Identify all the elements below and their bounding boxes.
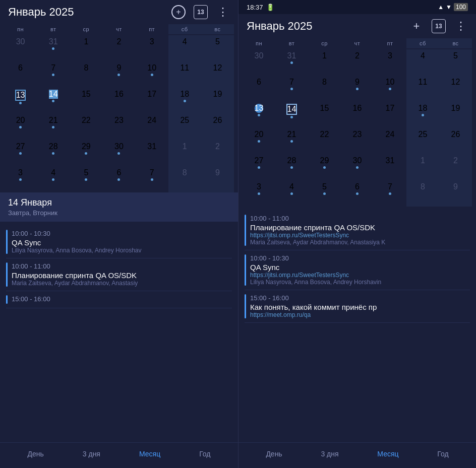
day-cell[interactable]: 25	[406, 128, 439, 154]
day-cell[interactable]: 18	[406, 102, 439, 128]
day-cell[interactable]: 4	[168, 35, 201, 61]
add-button-right[interactable]: +	[409, 19, 424, 33]
calendar-icon-left[interactable]: 13	[194, 5, 208, 19]
day-cell[interactable]: 12	[201, 61, 234, 88]
day-cell[interactable]: 1	[168, 140, 201, 166]
day-cell[interactable]: 21	[37, 114, 70, 140]
nav-item-месяц[interactable]: Месяц	[135, 448, 164, 460]
more-icon-left[interactable]: ⋮	[216, 5, 230, 19]
day-cell[interactable]: 9	[341, 76, 374, 102]
day-cell[interactable]: 1	[406, 154, 439, 180]
day-cell[interactable]: 29	[308, 154, 341, 180]
event-item[interactable]: 15:00 - 16:00	[0, 291, 238, 308]
day-cell[interactable]: 30	[4, 35, 37, 61]
day-cell[interactable]: 21	[275, 128, 308, 154]
day-cell[interactable]: 28	[37, 140, 70, 166]
day-cell[interactable]: 26	[439, 128, 472, 154]
day-cell[interactable]: 20	[243, 128, 275, 154]
day-cell[interactable]: 13	[243, 102, 275, 128]
day-cell[interactable]: 23	[341, 128, 374, 154]
day-cell[interactable]: 23	[102, 114, 135, 140]
day-cell[interactable]: 2	[439, 154, 472, 180]
calendar-icon-right[interactable]: 13	[432, 19, 446, 33]
nav-item-3-дня[interactable]: 3 дня	[317, 448, 342, 460]
day-cell[interactable]: 18	[168, 88, 201, 114]
day-cell[interactable]: 7	[275, 76, 308, 102]
day-cell[interactable]: 1	[308, 49, 341, 76]
day-cell[interactable]: 5	[70, 166, 102, 192]
day-cell[interactable]: 5	[308, 180, 341, 207]
day-cell[interactable]: 12	[439, 76, 472, 102]
day-cell[interactable]: 4	[275, 180, 308, 207]
nav-item-день[interactable]: День	[24, 448, 48, 460]
day-cell[interactable]: 31	[374, 154, 406, 180]
day-cell[interactable]: 5	[439, 49, 472, 76]
nav-item-год[interactable]: Год	[433, 448, 452, 460]
day-cell[interactable]: 14	[37, 88, 70, 114]
day-cell[interactable]: 31	[136, 140, 168, 166]
day-cell[interactable]: 1	[70, 35, 102, 61]
day-cell[interactable]: 20	[4, 114, 37, 140]
day-cell[interactable]: 27	[4, 140, 37, 166]
day-cell[interactable]: 31	[275, 49, 308, 76]
day-cell[interactable]: 4	[406, 49, 439, 76]
day-cell[interactable]: 30	[341, 154, 374, 180]
day-cell[interactable]: 30	[102, 140, 135, 166]
day-cell[interactable]: 15	[70, 88, 102, 114]
day-cell[interactable]: 15	[308, 102, 341, 128]
day-cell[interactable]: 24	[136, 114, 168, 140]
day-cell[interactable]: 9	[201, 166, 234, 192]
day-cell[interactable]: 31	[37, 35, 70, 61]
day-cell[interactable]: 2	[341, 49, 374, 76]
day-cell[interactable]: 19	[201, 88, 234, 114]
event-item[interactable]: 10:00 - 10:30QA SyncLiliya Nasyrova, Ann…	[0, 226, 238, 258]
day-cell[interactable]: 10	[136, 61, 168, 88]
day-cell[interactable]: 8	[308, 76, 341, 102]
day-cell[interactable]: 7	[374, 180, 406, 207]
nav-item-год[interactable]: Год	[195, 448, 214, 460]
day-cell[interactable]: 16	[341, 102, 374, 128]
day-cell[interactable]: 6	[4, 61, 37, 88]
nav-item-3-дня[interactable]: 3 дня	[79, 448, 104, 460]
day-cell[interactable]: 26	[201, 114, 234, 140]
day-cell[interactable]: 22	[70, 114, 102, 140]
day-cell[interactable]: 13	[4, 88, 37, 114]
nav-item-день[interactable]: День	[262, 448, 286, 460]
day-cell[interactable]: 30	[243, 49, 275, 76]
event-item[interactable]: 10:00 - 11:00Планирование спринта QA OS/…	[239, 211, 476, 250]
day-cell[interactable]: 7	[37, 61, 70, 88]
day-cell[interactable]: 29	[70, 140, 102, 166]
day-cell[interactable]: 22	[308, 128, 341, 154]
day-cell[interactable]: 3	[243, 180, 275, 207]
day-cell[interactable]: 6	[341, 180, 374, 207]
day-cell[interactable]: 6	[102, 166, 135, 192]
add-button-left[interactable]: +	[171, 5, 186, 19]
day-cell[interactable]: 3	[4, 166, 37, 192]
day-cell[interactable]: 9	[102, 61, 135, 88]
day-cell[interactable]: 8	[406, 180, 439, 207]
day-cell[interactable]: 27	[243, 154, 275, 180]
day-cell[interactable]: 16	[102, 88, 135, 114]
day-cell[interactable]: 25	[168, 114, 201, 140]
day-cell[interactable]: 17	[374, 102, 406, 128]
day-cell[interactable]: 19	[439, 102, 472, 128]
day-cell[interactable]: 11	[168, 61, 201, 88]
day-cell[interactable]: 9	[439, 180, 472, 207]
day-cell[interactable]: 2	[201, 140, 234, 166]
day-cell[interactable]: 4	[37, 166, 70, 192]
day-cell[interactable]: 17	[136, 88, 168, 114]
day-cell[interactable]: 14	[275, 102, 308, 128]
day-cell[interactable]: 11	[406, 76, 439, 102]
day-cell[interactable]: 6	[243, 76, 275, 102]
day-cell[interactable]: 24	[374, 128, 406, 154]
nav-item-месяц[interactable]: Месяц	[373, 448, 402, 460]
event-item[interactable]: 15:00 - 16:00Как понять, какой коммит пр…	[239, 290, 476, 322]
day-cell[interactable]: 3	[374, 49, 406, 76]
day-cell[interactable]: 28	[275, 154, 308, 180]
event-item[interactable]: 10:00 - 11:00Планирование спринта QA OS/…	[0, 258, 238, 291]
day-cell[interactable]: 10	[374, 76, 406, 102]
day-cell[interactable]: 2	[102, 35, 135, 61]
event-item[interactable]: 10:00 - 10:30QA Synchttps://jitsi.omp.ru…	[239, 250, 476, 290]
more-icon-right[interactable]: ⋮	[454, 19, 468, 33]
day-cell[interactable]: 8	[70, 61, 102, 88]
